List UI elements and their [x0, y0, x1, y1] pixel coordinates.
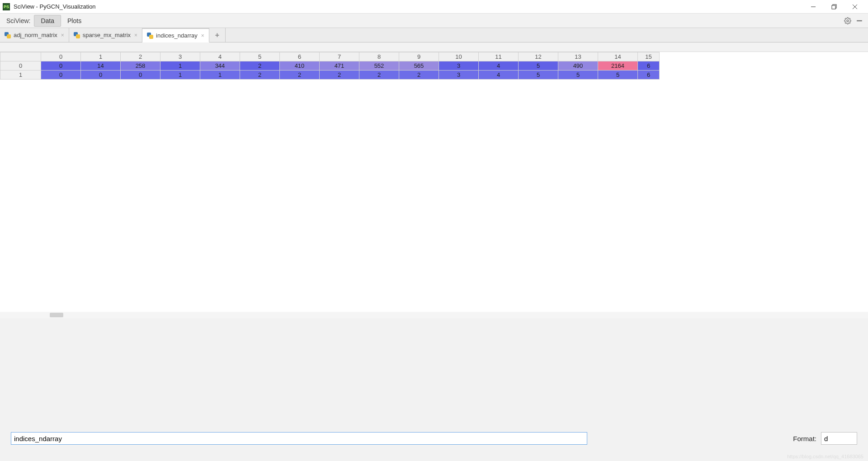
column-header[interactable]: 1 [81, 52, 121, 61]
tab-label: indices_ndarray [156, 32, 198, 39]
horizontal-scrollbar[interactable] [0, 312, 868, 318]
data-cell[interactable]: 2164 [598, 61, 638, 71]
data-cell[interactable]: 258 [121, 61, 160, 71]
variable-name-input[interactable] [11, 432, 587, 445]
menu-plots[interactable]: Plots [61, 15, 88, 26]
data-grid-area: 0123456789101112131415001425813442410471… [0, 52, 868, 318]
corner-header [0, 52, 41, 61]
column-header[interactable]: 12 [519, 52, 558, 61]
app-icon: PS [3, 3, 10, 10]
data-cell[interactable]: 3 [439, 61, 479, 71]
bottom-controls: Format: [0, 428, 868, 449]
data-cell[interactable]: 490 [558, 61, 598, 71]
column-header[interactable]: 9 [399, 52, 439, 61]
column-header[interactable]: 11 [479, 52, 519, 61]
column-header[interactable]: 6 [280, 52, 320, 61]
menubar: SciView: Data Plots [0, 14, 868, 28]
watermark: https://blog.csdn.net/qq_41683065 [787, 454, 863, 459]
column-header[interactable]: 7 [320, 52, 359, 61]
data-grid[interactable]: 0123456789101112131415001425813442410471… [0, 52, 660, 80]
column-header[interactable]: 2 [121, 52, 160, 61]
menu-data[interactable]: Data [34, 15, 61, 27]
gear-icon[interactable] [844, 17, 852, 25]
tabbar: adj_norm_matrix × sparse_mx_matrix × ind… [0, 28, 868, 42]
svg-point-7 [847, 20, 849, 22]
scrollbar-thumb[interactable] [50, 313, 63, 317]
data-cell[interactable]: 5 [558, 71, 598, 80]
data-cell[interactable]: 552 [359, 61, 399, 71]
data-cell[interactable]: 0 [41, 61, 81, 71]
data-cell[interactable]: 4 [479, 71, 519, 80]
data-cell[interactable]: 2 [359, 71, 399, 80]
window-controls [803, 0, 865, 14]
column-header[interactable]: 0 [41, 52, 81, 61]
restore-button[interactable] [824, 0, 844, 14]
data-cell[interactable]: 5 [519, 71, 558, 80]
data-cell[interactable]: 471 [320, 61, 359, 71]
python-icon [5, 32, 11, 38]
python-icon [147, 33, 153, 39]
data-cell[interactable]: 6 [638, 71, 660, 80]
tab-sparse-mx-matrix[interactable]: sparse_mx_matrix × [69, 28, 142, 42]
column-header[interactable]: 15 [638, 52, 660, 61]
python-icon [74, 32, 80, 38]
column-header[interactable]: 10 [439, 52, 479, 61]
row-header[interactable]: 1 [0, 71, 41, 80]
hide-icon[interactable] [855, 17, 863, 25]
tab-adj-norm-matrix[interactable]: adj_norm_matrix × [0, 28, 69, 42]
close-button[interactable] [844, 0, 865, 14]
data-cell[interactable]: 565 [399, 61, 439, 71]
row-header[interactable]: 0 [0, 61, 41, 71]
data-cell[interactable]: 4 [479, 61, 519, 71]
data-cell[interactable]: 1 [200, 71, 240, 80]
format-label: Format: [793, 435, 816, 442]
data-cell[interactable]: 5 [598, 71, 638, 80]
data-cell[interactable]: 2 [240, 61, 280, 71]
column-header[interactable]: 13 [558, 52, 598, 61]
close-icon[interactable]: × [201, 33, 204, 39]
close-icon[interactable]: × [61, 32, 64, 38]
tab-indices-ndarray[interactable]: indices_ndarray × [142, 28, 209, 42]
column-header[interactable]: 8 [359, 52, 399, 61]
data-cell[interactable]: 1 [160, 61, 200, 71]
new-tab-button[interactable]: + [209, 28, 226, 42]
data-cell[interactable]: 6 [638, 61, 660, 71]
data-cell[interactable]: 14 [81, 61, 121, 71]
minimize-button[interactable] [803, 0, 824, 14]
data-cell[interactable]: 2 [240, 71, 280, 80]
data-cell[interactable]: 410 [280, 61, 320, 71]
column-header[interactable]: 14 [598, 52, 638, 61]
tab-label: sparse_mx_matrix [83, 32, 131, 38]
data-cell[interactable]: 0 [81, 71, 121, 80]
column-header[interactable]: 4 [200, 52, 240, 61]
data-cell[interactable]: 0 [41, 71, 81, 80]
close-icon[interactable]: × [134, 32, 137, 38]
data-cell[interactable]: 2 [280, 71, 320, 80]
format-input[interactable] [821, 432, 857, 445]
svg-rect-4 [832, 5, 835, 9]
data-cell[interactable]: 5 [519, 61, 558, 71]
titlebar: PS SciView - PyGCN_Visualization [0, 0, 868, 14]
window-title: SciView - PyGCN_Visualization [14, 3, 96, 10]
data-cell[interactable]: 1 [160, 71, 200, 80]
sciview-label: SciView: [3, 17, 34, 24]
data-cell[interactable]: 3 [439, 71, 479, 80]
data-cell[interactable]: 0 [121, 71, 160, 80]
tab-label: adj_norm_matrix [14, 32, 57, 38]
data-cell[interactable]: 2 [399, 71, 439, 80]
data-cell[interactable]: 344 [200, 61, 240, 71]
column-header[interactable]: 3 [160, 52, 200, 61]
data-cell[interactable]: 2 [320, 71, 359, 80]
column-header[interactable]: 5 [240, 52, 280, 61]
